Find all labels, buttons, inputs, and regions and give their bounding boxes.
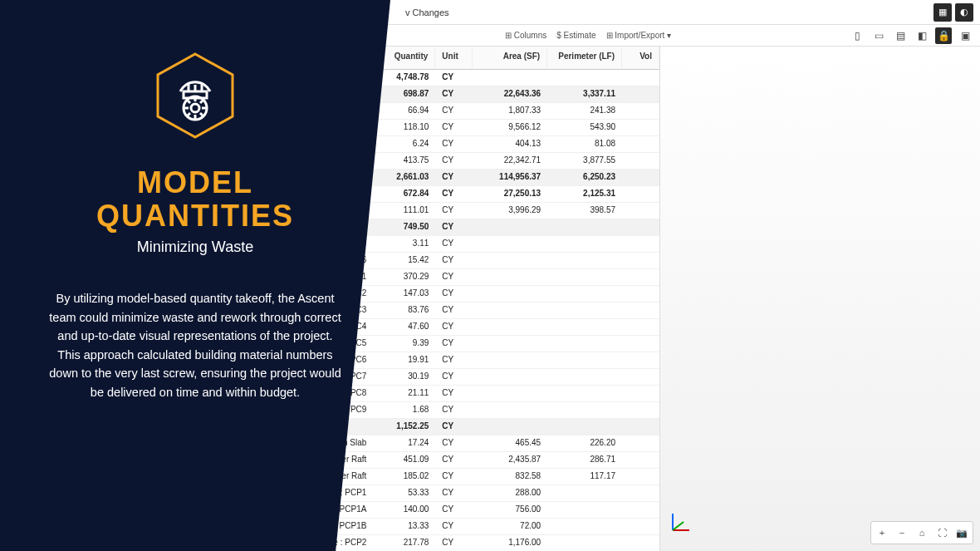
cell-unit: CY [435, 402, 473, 418]
cell-perim [547, 219, 622, 235]
cell-perim [547, 286, 622, 302]
header-area[interactable]: Area (SF) [473, 47, 547, 69]
cell-vol [622, 153, 659, 169]
cell-qty: 21.11 [373, 386, 435, 401]
cell-perim: 226.20 [547, 435, 622, 451]
home-icon[interactable]: ⌂ [913, 524, 931, 542]
cell-qty: 111.01 [373, 203, 435, 219]
zoom-out-icon[interactable]: − [893, 524, 911, 542]
cell-area: 114,956.37 [473, 170, 547, 185]
cell-vol [622, 170, 659, 185]
cell-area [473, 303, 547, 318]
view-icon-5[interactable]: ▣ [957, 27, 973, 44]
cell-vol [622, 120, 659, 135]
cell-unit: CY [435, 419, 473, 435]
cell-area [473, 386, 547, 401]
cell-perim [547, 502, 622, 518]
cell-unit: CY [435, 120, 473, 135]
cell-perim: 286.71 [547, 452, 622, 468]
cell-vol [622, 435, 659, 451]
cell-qty: 2,661.03 [373, 170, 435, 185]
cell-qty: 13.33 [373, 519, 435, 534]
cell-vol [622, 253, 659, 268]
header-perimeter[interactable]: Perimeter (LF) [547, 47, 622, 69]
cell-perim [547, 269, 622, 285]
svg-line-49 [673, 522, 684, 530]
cell-qty: 217.78 [373, 535, 435, 551]
topbar-right: ▦ ◐ [933, 3, 973, 22]
header-volume[interactable]: Vol [622, 47, 659, 69]
model-viewer[interactable]: + − ⌂ ⛶ 📷 [660, 47, 980, 551]
cell-area [473, 70, 547, 86]
cell-qty: 17.24 [373, 435, 435, 451]
cell-area [473, 419, 547, 435]
cell-unit: CY [435, 219, 473, 235]
cell-vol [622, 519, 659, 534]
lock-icon[interactable]: 🔒 [935, 27, 952, 44]
cell-area: 22,342.71 [473, 153, 547, 169]
header-unit[interactable]: Unit [435, 47, 473, 69]
cell-unit: CY [435, 469, 473, 485]
cell-perim [547, 369, 622, 385]
cell-vol [622, 402, 659, 418]
cell-area: 832.58 [473, 469, 547, 485]
cell-qty: 672.84 [373, 186, 435, 202]
cell-area [473, 336, 547, 352]
view-icon-2[interactable]: ▭ [870, 27, 887, 44]
title-line-1: MODEL [137, 165, 253, 199]
globe-icon[interactable]: ◐ [955, 3, 973, 22]
cell-vol [622, 452, 659, 468]
columns-button[interactable]: ⊞ Columns [505, 31, 546, 40]
cell-qty: 1.68 [373, 402, 435, 418]
viewer-controls: + − ⌂ ⛶ 📷 [870, 521, 973, 544]
cell-unit: CY [435, 336, 473, 352]
cell-area: 1,807.33 [473, 103, 547, 119]
view-icon-3[interactable]: ▤ [892, 27, 909, 44]
cell-perim [547, 419, 622, 435]
cell-unit: CY [435, 286, 473, 302]
grid-icon[interactable]: ▦ [933, 3, 952, 22]
cell-unit: CY [435, 386, 473, 401]
cell-vol [622, 103, 659, 119]
cell-area: 3,996.29 [473, 203, 547, 219]
cell-unit: CY [435, 519, 473, 534]
fullscreen-icon[interactable]: ⛶ [933, 524, 951, 542]
cell-perim [547, 352, 622, 368]
cell-unit: CY [435, 170, 473, 185]
overlay-title: MODEL QUANTITIES [96, 166, 294, 232]
camera-icon[interactable]: 📷 [953, 524, 971, 542]
cell-unit: CY [435, 203, 473, 219]
hex-icon [149, 50, 241, 141]
cell-unit: CY [435, 535, 473, 551]
zoom-in-icon[interactable]: + [873, 524, 891, 542]
cell-perim: 117.17 [547, 469, 622, 485]
cell-unit: CY [435, 319, 473, 335]
view-icon-1[interactable]: ▯ [849, 27, 865, 44]
cell-area [473, 286, 547, 302]
cell-perim: 543.90 [547, 120, 622, 135]
cell-unit: CY [435, 369, 473, 385]
import-export-button[interactable]: ⊞ Import/Export ▾ [606, 31, 672, 40]
cell-area [473, 369, 547, 385]
cell-area [473, 253, 547, 268]
cell-qty: 83.76 [373, 303, 435, 318]
changes-label[interactable]: v Changes [405, 7, 449, 17]
cell-qty: 118.10 [373, 120, 435, 135]
cell-perim [547, 70, 622, 86]
cell-perim [547, 319, 622, 335]
cell-area: 27,250.13 [473, 186, 547, 202]
cell-perim [547, 402, 622, 418]
cell-vol [622, 386, 659, 401]
svg-line-62 [187, 113, 190, 116]
cell-vol [622, 203, 659, 219]
cell-vol [622, 336, 659, 352]
cell-qty: 140.00 [373, 502, 435, 518]
cell-perim [547, 535, 622, 551]
cell-area [473, 219, 547, 235]
estimate-button[interactable]: $ Estimate [556, 31, 595, 40]
cell-vol [622, 535, 659, 551]
cell-unit: CY [435, 269, 473, 285]
cell-area: 2,435.87 [473, 452, 547, 468]
cell-area: 1,176.00 [473, 535, 547, 551]
view-icon-4[interactable]: ◧ [914, 27, 930, 44]
